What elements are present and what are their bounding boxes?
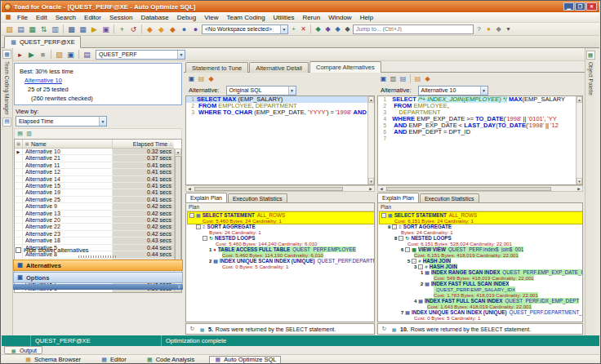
add-workspace-icon[interactable]: + xyxy=(289,24,298,33)
menu-debug[interactable]: Debug xyxy=(173,12,201,22)
close-button[interactable]: ✕ xyxy=(586,2,597,11)
tab-explain-plan[interactable]: Explain Plan xyxy=(185,193,227,202)
copy-grid-icon[interactable]: ▤ xyxy=(16,131,24,138)
refresh-icon[interactable]: ↻ xyxy=(381,326,388,333)
toad-world-icon[interactable]: ◆ xyxy=(314,24,323,33)
plan-node[interactable]: 8-↻NESTED LOOPSCost: 6,151 Bytes: 528,02… xyxy=(380,235,582,246)
tab-execution-statistics[interactable]: Execution Statistics xyxy=(420,193,479,202)
editor-hscrollbar[interactable]: ◀ ▶ xyxy=(377,185,583,192)
grid-row[interactable]: Alternative 110.41 secs xyxy=(15,162,174,169)
schema-browser-button[interactable]: ▦Schema Browser xyxy=(20,356,86,364)
menu-view[interactable]: View xyxy=(200,12,222,22)
schema-browser-icon[interactable]: ▦ xyxy=(27,24,38,34)
hide-slower-checkbox[interactable] xyxy=(16,247,21,253)
menu-window[interactable]: Window xyxy=(324,12,355,22)
tab-statement-to-tune[interactable]: Statement to Tune xyxy=(185,62,248,73)
grid-row[interactable]: Alternative 130.42 secs xyxy=(15,211,174,217)
menu-session[interactable]: Session xyxy=(105,12,136,22)
chevron-down-icon[interactable]: ▼ xyxy=(99,117,106,126)
menu-rerun[interactable]: Rerun xyxy=(298,12,324,22)
compare-files-icon[interactable]: ◆ xyxy=(323,24,332,33)
collapse-toggle[interactable]: - xyxy=(405,247,410,252)
commit-icon[interactable]: + xyxy=(117,24,127,34)
plan-node[interactable]: 7▤INDEX UNIQUE SCAN INDEX (UNIQUE)QUEST_… xyxy=(380,309,582,321)
plan-node[interactable]: -≡SORT AGGREGATEBytes: 24 Cardinality: 1 xyxy=(188,224,374,235)
plan-node[interactable]: 5-#HASH JOIN xyxy=(380,258,582,264)
refresh-icon[interactable]: ↻ xyxy=(189,326,196,333)
scroll-left-icon[interactable]: ◀ xyxy=(378,187,385,191)
scroll-thumb[interactable] xyxy=(386,187,551,191)
profile-icon[interactable]: ● xyxy=(179,24,189,34)
open-file-icon[interactable]: ▨ xyxy=(4,24,15,34)
describe-objects-icon[interactable]: ▥ xyxy=(50,24,60,34)
project-manager-icon[interactable]: ▤ xyxy=(2,118,11,127)
plan-node[interactable]: 4▤INDEX FAST FULL SCAN INDEXQUEST_PERF.I… xyxy=(380,298,582,309)
scroll-up-icon[interactable]: ▲ xyxy=(368,96,374,103)
grid-row[interactable]: Alternative 210.37 secs xyxy=(15,155,174,162)
optimize-icon[interactable]: ◆ xyxy=(207,74,216,83)
optimize-icon[interactable]: ◆ xyxy=(423,74,432,83)
tab-alternative-detail[interactable]: Alternative Detail xyxy=(249,62,309,73)
editor-hscrollbar[interactable]: ◀ ▶ xyxy=(185,185,375,192)
menu-editor[interactable]: Editor xyxy=(80,12,105,22)
profile-alt-icon[interactable]: ● xyxy=(190,24,201,34)
rollback-icon[interactable]: ↺ xyxy=(128,24,139,34)
grid-row[interactable]: Alternative 150.41 secs xyxy=(15,183,174,189)
collapse-toggle[interactable]: - xyxy=(392,224,397,229)
chevron-down-icon[interactable]: ▼ xyxy=(480,87,487,95)
editor-scrollbar[interactable]: ▲ ▼ xyxy=(367,96,374,184)
grid-column-elapsed[interactable]: Elapsed Time △ xyxy=(113,140,174,148)
minimize-button[interactable]: ▁ xyxy=(563,2,574,11)
panel-splitter[interactable] xyxy=(78,255,118,258)
edit-sql-icon[interactable]: ▤ xyxy=(197,74,206,83)
scroll-right-icon[interactable]: ▶ xyxy=(576,187,582,191)
alerts-bell-icon[interactable]: ● xyxy=(484,24,493,33)
export-icon[interactable]: ▤ xyxy=(82,49,92,60)
team-coding-icon[interactable]: ⇅ xyxy=(38,24,49,34)
sync-icon[interactable]: ◆ xyxy=(333,24,342,33)
section-options[interactable]: ▣ Options xyxy=(13,272,183,283)
view-by-combo[interactable]: Elapsed Time ▼ xyxy=(16,116,107,127)
plan-node[interactable]: 2▤INDEX FAST FULL SCAN INDEXQUEST_PERF.E… xyxy=(380,281,582,298)
tab-compare-alternatives[interactable]: Compare Alternatives xyxy=(309,61,381,73)
menu-team-coding[interactable]: Team Coding xyxy=(222,12,269,22)
app-monitor-icon[interactable]: ◆ xyxy=(156,24,167,34)
collapse-toggle[interactable]: - xyxy=(412,259,416,264)
scroll-down-icon[interactable]: ▼ xyxy=(577,178,582,184)
object-palette-icon[interactable]: ▦ xyxy=(586,51,595,60)
menu-file[interactable]: File xyxy=(13,12,32,22)
grid-row[interactable]: ▶Alternative 100.32 secs xyxy=(15,149,174,155)
panel-collapse-strip[interactable]: ≡ xyxy=(13,284,183,290)
collapse-toggle[interactable]: - xyxy=(203,236,207,241)
run-icon[interactable]: ▶ xyxy=(26,49,37,60)
tab-execution-statistics[interactable]: Execution Statistics xyxy=(228,193,287,202)
grid-row[interactable]: Alternative 250.41 secs xyxy=(15,197,174,203)
menu-help[interactable]: Help xyxy=(356,12,377,22)
auto-optimize-sql-button[interactable]: ▦Auto Optimize SQL xyxy=(209,356,281,364)
menu-utilities[interactable]: Utilities xyxy=(269,12,299,22)
export-plan-icon[interactable]: ▣ xyxy=(379,74,388,83)
grid-row[interactable]: Alternative 140.41 secs xyxy=(15,176,174,183)
scroll-up-icon[interactable]: ▲ xyxy=(577,96,582,103)
alternative-combo[interactable]: Alternative 10 ▼ xyxy=(418,86,488,95)
maximize-button[interactable]: ❐ xyxy=(575,2,585,11)
editor-button[interactable]: ▦Editor xyxy=(96,356,131,364)
sql-editor[interactable]: 1 SELECT /*+ INDEX_JOIN(EMPLOYEE) */ MAX… xyxy=(377,95,583,185)
plan-node[interactable]: 2▤INDEX UNIQUE SCAN INDEX (UNIQUE)QUEST_… xyxy=(188,258,374,269)
menu-edit[interactable]: Edit xyxy=(32,12,51,22)
connection-combo[interactable]: QUEST_PERF ▼ xyxy=(96,50,185,60)
plan-node[interactable]: 6-▦VIEW VIEWQUEST_PERF.index$_join$_001C… xyxy=(380,246,582,258)
code-analysis-button[interactable]: ▦Code Analysis xyxy=(141,356,200,364)
open-icon[interactable]: ▨ xyxy=(54,49,65,60)
session-browser-icon[interactable]: ▣ xyxy=(100,24,111,34)
menu-search[interactable]: Search xyxy=(51,12,80,22)
alternative-combo[interactable]: Original SQL ▼ xyxy=(226,86,296,95)
package-icon[interactable]: ◆ xyxy=(343,24,352,33)
community-icon[interactable]: ◆ xyxy=(494,24,503,33)
best-alternative-link[interactable]: Alternative 10 xyxy=(24,77,62,84)
plan-node[interactable]: 1●TABLE ACCESS FULL TABLEQUEST_PERF.EMPL… xyxy=(188,246,374,258)
chevron-down-icon[interactable]: ▼ xyxy=(288,87,296,95)
scroll-right-icon[interactable]: ▶ xyxy=(367,187,374,191)
collapse-toggle[interactable]: - xyxy=(418,264,423,269)
stop-icon[interactable]: ■ xyxy=(38,49,48,60)
